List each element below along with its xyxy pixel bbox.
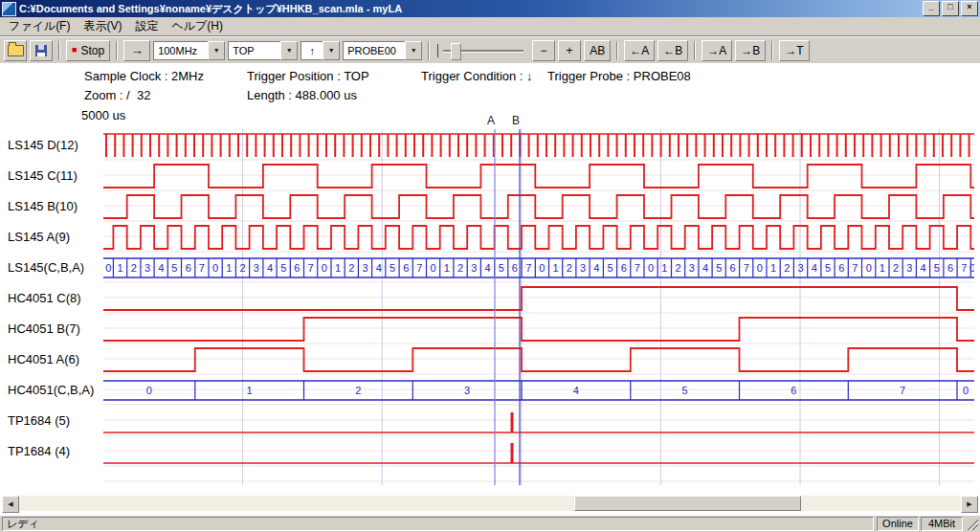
svg-text:5: 5 [171, 262, 177, 274]
svg-text:4: 4 [158, 262, 164, 274]
cursor-label-B[interactable]: B [512, 114, 520, 127]
close-button[interactable]: × [961, 1, 978, 16]
menu-item[interactable]: 表示(V) [77, 16, 128, 36]
svg-text:0: 0 [146, 385, 152, 396]
channel-label: HC4051 C(8) [8, 291, 81, 305]
svg-text:0: 0 [969, 262, 974, 274]
svg-text:2: 2 [348, 262, 354, 274]
menu-item[interactable]: ヘルプ(H) [165, 16, 230, 36]
open-file-button[interactable] [4, 40, 27, 61]
svg-text:7: 7 [199, 262, 205, 274]
toolbar-nav-button[interactable]: − [532, 40, 555, 61]
dropdown-arrow-icon[interactable]: ▼ [405, 41, 422, 60]
zoom-info: Zoom : / 32 [84, 88, 150, 102]
toolbar-nav-button[interactable]: →B [735, 40, 766, 61]
sample-clock-value: 100MHz [153, 41, 208, 60]
sample-clock-select[interactable]: 100MHz ▼ [153, 41, 225, 60]
svg-text:4: 4 [376, 262, 382, 274]
svg-text:4: 4 [593, 262, 599, 274]
status-panel: 4MBit [921, 517, 963, 531]
svg-text:6: 6 [838, 262, 844, 274]
toolbar-nav-button[interactable]: →T [779, 40, 809, 61]
toolbar-nav-button[interactable]: ←B [657, 40, 688, 61]
svg-text:4: 4 [267, 262, 273, 274]
menu-item[interactable]: 設定 [128, 16, 165, 36]
sample-clock-info: Sample Clock : 2MHz [84, 69, 204, 83]
trigger-probe-info: Trigger Probe : PROBE08 [547, 69, 691, 83]
scroll-thumb[interactable] [574, 496, 801, 511]
svg-text:4: 4 [484, 262, 490, 274]
cursor-label-A[interactable]: A [487, 114, 495, 127]
svg-text:1: 1 [553, 262, 559, 274]
stop-button[interactable]: ■ Stop [66, 40, 110, 61]
svg-text:2: 2 [131, 262, 137, 274]
channel-wave [103, 318, 974, 341]
toolbar-separator [428, 41, 430, 60]
toolbar-nav-button[interactable]: + [558, 40, 581, 61]
probe-select[interactable]: PROBE00 ▼ [343, 41, 422, 60]
scroll-track[interactable] [19, 496, 961, 511]
svg-text:4: 4 [702, 262, 708, 274]
svg-text:7: 7 [525, 262, 531, 274]
toolbar-nav-button[interactable]: →A [702, 40, 732, 61]
toolbar-separator [58, 41, 60, 60]
minimize-button[interactable]: _ [923, 1, 940, 16]
svg-text:3: 3 [689, 262, 695, 274]
svg-text:0: 0 [866, 262, 872, 274]
svg-text:1: 1 [770, 262, 776, 274]
channel-label: HC4051 B(7) [8, 321, 80, 336]
scroll-left-button[interactable]: ◀ [2, 496, 19, 513]
trigger-edge-select[interactable]: ↑ ▼ [301, 41, 340, 60]
channel-label: LS145(C,B,A) [8, 260, 84, 275]
svg-text:5: 5 [682, 385, 688, 396]
svg-text:5: 5 [499, 262, 504, 274]
svg-text:1: 1 [444, 262, 450, 274]
stop-icon: ■ [72, 46, 77, 55]
menu-item[interactable]: ファイル(F) [2, 16, 77, 36]
svg-text:0: 0 [963, 385, 969, 396]
stop-label: Stop [80, 44, 104, 57]
waveform-area[interactable]: 0123456701234567012345670123456701234567… [103, 129, 974, 485]
app-icon [2, 2, 16, 16]
resize-grip[interactable] [966, 518, 978, 530]
toolbar-nav-button[interactable]: ←A [624, 40, 655, 61]
app-window: C:¥Documents and Settings¥noname¥デスクトップ¥… [0, 0, 980, 532]
trigger-position-select[interactable]: TOP ▼ [228, 41, 298, 60]
svg-text:4: 4 [812, 262, 817, 274]
svg-text:0: 0 [431, 262, 436, 274]
svg-text:3: 3 [906, 262, 912, 274]
dropdown-arrow-icon[interactable]: ▼ [280, 41, 298, 60]
dropdown-arrow-icon[interactable]: ▼ [208, 41, 225, 60]
svg-text:0: 0 [757, 262, 763, 274]
svg-text:4: 4 [573, 385, 579, 396]
dropdown-arrow-icon[interactable]: ▼ [323, 41, 340, 60]
zoom-slider[interactable] [435, 40, 529, 61]
svg-text:0: 0 [212, 262, 218, 274]
svg-text:5: 5 [607, 262, 612, 274]
channel-label: TP1684 (5) [8, 413, 70, 428]
svg-text:3: 3 [145, 262, 150, 274]
channel-wave [103, 226, 974, 249]
svg-text:1: 1 [335, 262, 341, 274]
toolbar-nav-button[interactable]: AB [584, 40, 611, 61]
slider-thumb[interactable] [451, 43, 461, 60]
channel-label: LS145 C(11) [8, 168, 78, 183]
svg-text:2: 2 [676, 262, 681, 274]
scroll-right-button[interactable]: ▶ [961, 496, 978, 513]
svg-text:0: 0 [648, 262, 654, 274]
save-button[interactable] [30, 40, 53, 61]
titlebar[interactable]: C:¥Documents and Settings¥noname¥デスクトップ¥… [0, 0, 980, 17]
save-icon [35, 45, 47, 56]
maximize-button[interactable]: □ [942, 1, 959, 16]
horizontal-scrollbar[interactable]: ◀ ▶ [2, 496, 978, 511]
svg-text:6: 6 [294, 262, 300, 274]
slider-tick [437, 44, 438, 57]
svg-text:2: 2 [567, 262, 572, 274]
run-button[interactable]: → [123, 40, 150, 61]
channel-wave [103, 165, 974, 188]
statusbar: レディ Online4MBit [0, 515, 980, 532]
svg-text:2: 2 [355, 385, 361, 396]
svg-text:3: 3 [580, 262, 586, 274]
svg-text:3: 3 [471, 262, 477, 274]
toolbar-separator [771, 41, 773, 60]
